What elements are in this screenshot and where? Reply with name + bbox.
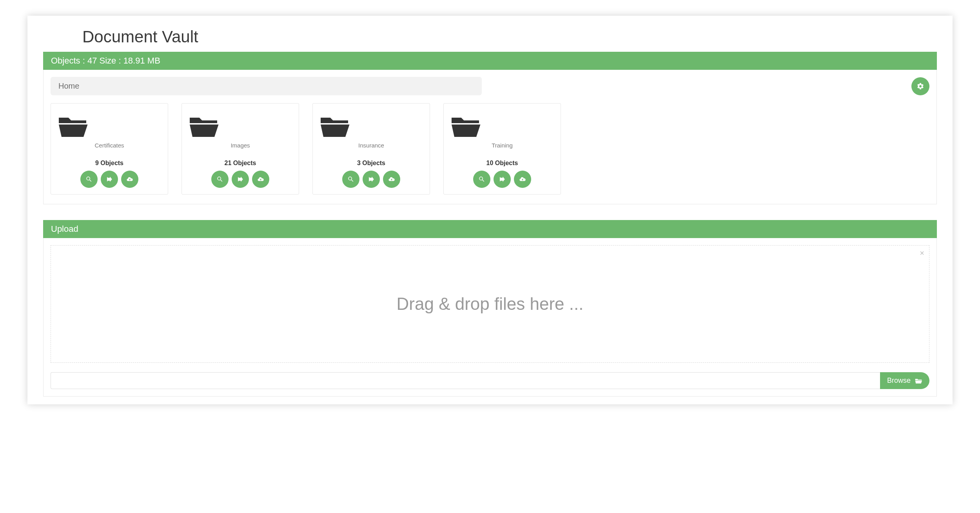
browse-button[interactable]: Browse [880,372,929,389]
folder-upload-button[interactable] [252,171,269,188]
objects-status-bar: Objects : 47 Size : 18.91 MB [43,52,937,70]
folder-view-button[interactable] [80,171,98,188]
upload-dropzone[interactable]: × Drag & drop files here ... [51,245,929,363]
breadcrumb-home[interactable]: Home [58,82,79,90]
folder-name: Training [448,142,557,149]
browse-button-label: Browse [887,377,911,385]
share-icon [237,176,244,183]
file-path-input[interactable] [51,372,880,389]
folder-count: 9 Objects [55,160,164,167]
folder-name: Certificates [55,142,164,149]
close-icon: × [920,249,924,257]
folder-actions [317,171,426,188]
folder-count: 3 Objects [317,160,426,167]
search-icon [478,176,485,183]
cloud-upload-icon [519,176,526,183]
breadcrumb[interactable]: Home [51,77,482,95]
cloud-upload-icon [257,176,264,183]
upload-section: × Drag & drop files here ... Browse [43,238,937,397]
objects-status-text: Objects : 47 Size : 18.91 MB [51,56,160,65]
add-button[interactable] [911,77,929,95]
folder-upload-button[interactable] [514,171,531,188]
browse-row: Browse [51,372,929,389]
dropzone-close-button[interactable]: × [920,249,924,258]
folder-view-button[interactable] [342,171,359,188]
folder-card-certificates[interactable]: Certificates 9 Objects [51,103,168,195]
folder-count: 10 Objects [448,160,557,167]
search-icon [216,176,223,183]
search-icon [347,176,354,183]
folder-card-training[interactable]: Training 10 Objects [443,103,561,195]
folder-open-icon [448,112,557,140]
breadcrumb-row: Home [51,77,929,95]
folder-count: 21 Objects [186,160,295,167]
page-title: Document Vault [82,27,937,46]
folder-card-insurance[interactable]: Insurance 3 Objects [312,103,430,195]
search-icon [85,176,93,183]
folder-open-icon [55,112,164,140]
dropzone-text: Drag & drop files here ... [397,294,584,314]
folder-share-button[interactable] [363,171,380,188]
folder-actions [55,171,164,188]
folder-share-button[interactable] [494,171,511,188]
folder-name: Images [186,142,295,149]
folder-grid: Certificates 9 Objects [51,103,929,195]
cloud-upload-icon [388,176,395,183]
folder-upload-button[interactable] [383,171,400,188]
folder-share-button[interactable] [232,171,249,188]
folder-actions [448,171,557,188]
folder-share-button[interactable] [101,171,118,188]
folder-actions [186,171,295,188]
folder-upload-button[interactable] [121,171,138,188]
share-icon [106,176,113,183]
upload-header-bar: Upload [43,220,937,238]
cloud-upload-icon [126,176,133,183]
folder-card-images[interactable]: Images 21 Objects [181,103,299,195]
folder-open-icon [317,112,426,140]
upload-header-text: Upload [51,224,78,234]
folder-open-icon [915,377,922,384]
folder-view-button[interactable] [473,171,490,188]
folder-view-button[interactable] [211,171,229,188]
share-icon [499,176,506,183]
gear-plus-icon [916,82,924,90]
share-icon [368,176,375,183]
folder-section: Home Certificates 9 Objects [43,70,937,204]
folder-open-icon [186,112,295,140]
folder-name: Insurance [317,142,426,149]
document-vault-panel: Document Vault Objects : 47 Size : 18.91… [27,16,953,404]
